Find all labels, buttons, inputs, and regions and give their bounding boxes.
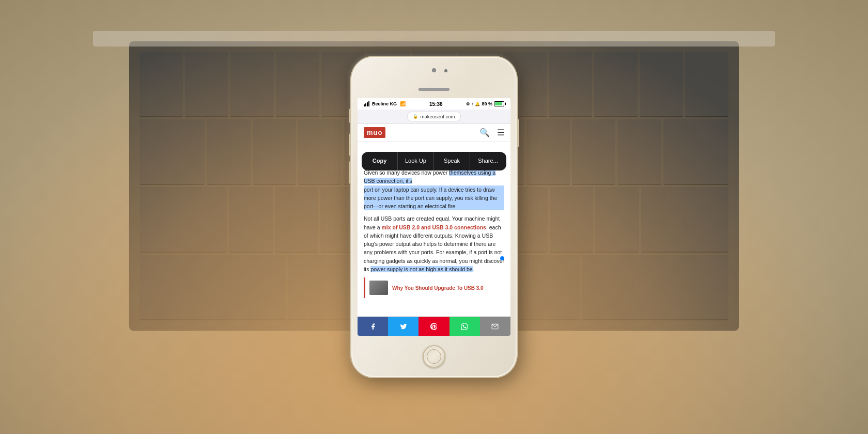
speak-button[interactable]: Speak (434, 152, 470, 171)
status-right: ⚙ ↑ 🔔 89 % (466, 101, 504, 106)
article-paragraph-2: Not all USB ports are created equal. You… (364, 214, 504, 273)
signal-bar-2 (365, 103, 366, 106)
power-button (517, 119, 519, 147)
laptop-hint (93, 31, 775, 47)
whatsapp-share-button[interactable] (450, 317, 480, 336)
phone-screen: Beeline KG 📶 15:36 ⚙ ↑ 🔔 89 % (358, 98, 510, 336)
article-content: Copy Look Up Speak Share... Given so man… (358, 142, 510, 316)
address-pill[interactable]: 🔒 makeuseof.com (407, 112, 460, 121)
address-bar[interactable]: 🔒 makeuseof.com (358, 110, 510, 124)
twitter-share-button[interactable] (388, 317, 419, 336)
share-button[interactable]: Share... (470, 152, 506, 171)
facebook-share-button[interactable] (358, 317, 388, 336)
related-article-box[interactable]: Why You Should Upgrade To USB 3.0 (364, 277, 504, 298)
location-icon: ↑ (471, 102, 473, 106)
battery-icon (494, 101, 504, 106)
status-bar: Beeline KG 📶 15:36 ⚙ ↑ 🔔 89 % (358, 98, 510, 110)
related-article-title[interactable]: Why You Should Upgrade To USB 3.0 (392, 285, 484, 291)
look-up-button[interactable]: Look Up (398, 152, 434, 171)
menu-icon[interactable]: ☰ (497, 128, 504, 137)
navigation-bar: muo 🔍 ☰ (358, 124, 510, 142)
pinterest-share-button[interactable] (419, 317, 449, 336)
phone-top (351, 57, 517, 98)
signal-bar-1 (364, 104, 365, 106)
signal-bar-3 (367, 102, 368, 106)
search-icon[interactable]: 🔍 (479, 128, 490, 137)
email-share-button[interactable] (480, 317, 510, 336)
article-paragraph-1: Given so many devices now power themselv… (364, 168, 504, 185)
nav-icons: 🔍 ☰ (479, 128, 504, 137)
home-button-ring (427, 349, 441, 364)
battery-percent: 89 % (482, 101, 492, 106)
earpiece-speaker (419, 88, 450, 91)
share-bar (358, 316, 510, 336)
lock-icon: 🔒 (413, 114, 418, 119)
url-text: makeuseof.com (420, 114, 455, 119)
highlighted-paragraph-1: themselves using a USB connection, it's (364, 169, 495, 184)
phone-frame: Beeline KG 📶 15:36 ⚙ ↑ 🔔 89 % (351, 57, 517, 377)
battery-container (494, 101, 504, 106)
proximity-sensor (444, 69, 447, 72)
volume-down-button (349, 161, 351, 184)
mute-button (349, 109, 351, 123)
battery-fill (495, 102, 502, 105)
status-time: 15:36 (429, 101, 443, 107)
volume-up-button (349, 133, 351, 156)
phone-container: Beeline KG 📶 15:36 ⚙ ↑ 🔔 89 % (351, 57, 517, 377)
signal-bars (364, 101, 369, 106)
phone-bottom (351, 336, 517, 377)
related-article-thumbnail (369, 281, 388, 295)
front-camera (432, 68, 436, 72)
copy-button[interactable]: Copy (362, 152, 398, 171)
muo-logo[interactable]: muo (364, 127, 385, 138)
context-menu: Copy Look Up Speak Share... (362, 152, 506, 171)
settings-icon: ⚙ (466, 102, 470, 106)
signal-bar-4 (368, 101, 369, 106)
usb-link[interactable]: mix of USB 2.0 and USB 3.0 connections (381, 224, 486, 230)
selection-handle-right (500, 256, 504, 260)
status-left: Beeline KG 📶 (364, 101, 406, 106)
alarm-icon: 🔔 (475, 102, 480, 106)
carrier-label: Beeline KG (372, 101, 397, 106)
home-button[interactable] (423, 345, 445, 368)
article-paragraph-highlighted: port on your laptop can supply. If a dev… (364, 185, 504, 211)
highlighted-power-supply: power supply is not as high as it should… (370, 266, 472, 272)
wifi-icon: 📶 (400, 101, 406, 106)
